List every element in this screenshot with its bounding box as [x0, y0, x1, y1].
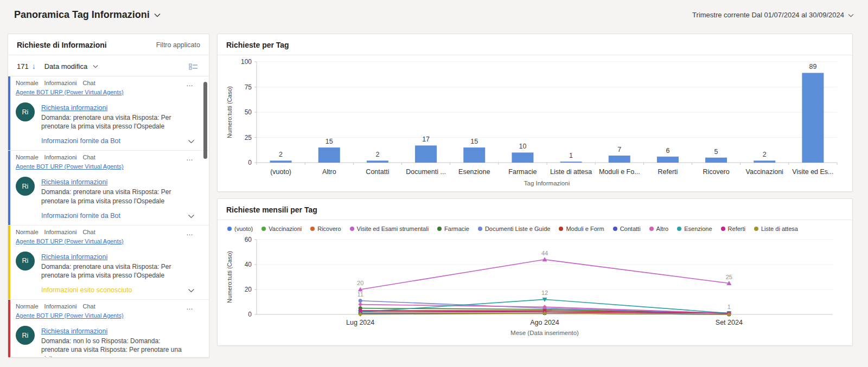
request-title-link[interactable]: Richiesta informazioni	[41, 104, 107, 112]
line-series-Visite ed Esami strumentali[interactable]	[360, 260, 729, 289]
card-view-settings-icon[interactable]	[189, 61, 198, 71]
legend-dot	[437, 227, 442, 231]
scrollbar-thumb[interactable]	[203, 82, 207, 159]
request-title-link[interactable]: Richiesta informazioni	[41, 178, 107, 186]
sort-direction-icon[interactable]: ↓	[32, 62, 36, 70]
status-label: Informazioni fornite da Bot	[41, 137, 120, 145]
card-tag: Chat	[83, 154, 95, 160]
agent-link[interactable]: Agente BOT URP (Power Virtual Agents)	[16, 89, 124, 95]
svg-text:0: 0	[248, 159, 252, 166]
card-tag: Chat	[83, 229, 95, 235]
agent-link[interactable]: Agente BOT URP (Power Virtual Agents)	[16, 238, 124, 244]
legend-dot	[478, 227, 482, 231]
request-card[interactable]: NormaleInformazioniChat … Agente BOT URP…	[8, 299, 209, 358]
legend-dot	[559, 227, 563, 231]
legend-item[interactable]: Ricovero	[310, 226, 341, 232]
legend-item[interactable]: Liste di attesa	[754, 226, 798, 232]
svg-text:75: 75	[245, 83, 252, 91]
line-chart-svg: 020406020442511121Lug 2024Ago 2024Set 20…	[225, 233, 844, 337]
legend-dot	[754, 227, 758, 231]
date-range-filter[interactable]: Trimestre corrente Dal 01/07/2024 al 30/…	[692, 11, 854, 19]
card-tag: Normale	[16, 229, 39, 235]
card-tag: Informazioni	[44, 154, 77, 160]
bar-Visite ed Es...[interactable]	[802, 73, 824, 163]
filter-applied-button[interactable]: Filtro applicato	[156, 41, 200, 49]
legend-item[interactable]: Moduli e Form	[559, 226, 604, 232]
legend-dot	[310, 227, 315, 231]
bar-chart-svg: 02550751002(vuoto)15Altro2Contatti17Docu…	[225, 56, 844, 191]
svg-text:Ago 2024: Ago 2024	[530, 319, 559, 326]
legend-dot	[261, 227, 266, 231]
request-card[interactable]: NormaleInformazioniChat … Agente BOT URP…	[8, 225, 209, 299]
svg-text:1: 1	[569, 152, 573, 159]
more-options-button[interactable]: …	[185, 80, 195, 88]
svg-text:50: 50	[245, 108, 252, 116]
chevron-down-icon	[154, 10, 161, 20]
chevron-down-icon[interactable]	[188, 136, 195, 146]
svg-text:Tag Informazioni: Tag Informazioni	[524, 180, 570, 186]
request-title-link[interactable]: Richiesta informazioni	[41, 327, 107, 335]
svg-text:2: 2	[763, 151, 767, 158]
legend-item[interactable]: Documenti Liste e Guide	[478, 226, 550, 232]
bar-Vaccinazioni[interactable]	[754, 160, 775, 163]
legend-item[interactable]: Contatti	[613, 226, 641, 232]
bar-Esenzione[interactable]	[463, 147, 485, 163]
agent-link[interactable]: Agente BOT URP (Power Virtual Agents)	[16, 163, 124, 170]
legend-item[interactable]: Referti	[721, 226, 745, 232]
svg-text:44: 44	[541, 250, 548, 256]
legend-item[interactable]: Farmacie	[437, 226, 469, 232]
card-tag: Normale	[16, 80, 39, 86]
card-tags: NormaleInformazioniChat	[16, 303, 95, 310]
legend-item[interactable]: Esenzione	[677, 226, 712, 232]
legend-item[interactable]: Altro	[649, 226, 669, 232]
legend-dot	[721, 227, 725, 231]
chevron-down-icon[interactable]	[188, 285, 195, 295]
legend-label: Farmacie	[444, 226, 469, 232]
bar-Moduli e Fo...[interactable]	[609, 156, 630, 163]
dashboard-selector[interactable]: Panoramica Tag Informazioni	[14, 9, 161, 21]
bar-Referti[interactable]	[657, 157, 679, 163]
line-chart-title: Richieste mensili per Tag	[226, 205, 317, 214]
legend-label: Esenzione	[684, 226, 712, 232]
request-description: Domanda: prenotare una visita Risposta: …	[41, 113, 187, 131]
bar-Contatti[interactable]	[367, 160, 388, 163]
avatar: Ri	[16, 326, 35, 345]
legend-item[interactable]: (vuoto)	[227, 226, 253, 232]
request-card[interactable]: NormaleInformazioniChat … Agente BOT URP…	[8, 150, 209, 224]
request-card[interactable]: NormaleInformazioniChat … Agente BOT URP…	[8, 76, 209, 150]
avatar: Ri	[16, 102, 35, 121]
svg-text:100: 100	[241, 58, 252, 66]
agent-link[interactable]: Agente BOT URP (Power Virtual Agents)	[16, 312, 124, 319]
svg-text:2: 2	[375, 151, 379, 158]
bar-Documenti ...[interactable]	[415, 145, 437, 163]
card-tag: Informazioni	[44, 80, 77, 86]
status-label: Informazioni fornite da Bot	[41, 212, 120, 220]
svg-text:12: 12	[541, 289, 548, 296]
legend-label: Documenti Liste e Guide	[485, 226, 550, 232]
svg-text:15: 15	[470, 138, 478, 145]
request-title-link[interactable]: Richiesta informazioni	[41, 253, 107, 261]
card-tags: NormaleInformazioniChat	[16, 80, 95, 86]
more-options-button[interactable]: …	[185, 154, 195, 162]
legend-item[interactable]: Vaccinazioni	[261, 226, 302, 232]
bar-(vuoto)[interactable]	[270, 160, 292, 163]
more-options-button[interactable]: …	[185, 303, 195, 311]
bar-Ricovero[interactable]	[705, 158, 727, 163]
svg-text:Numero:tutti (Caso): Numero:tutti (Caso)	[226, 86, 233, 138]
svg-text:89: 89	[809, 63, 816, 70]
legend-item[interactable]: Visite ed Esami strumentali	[350, 226, 429, 232]
sort-field-dropdown[interactable]: Data modifica	[44, 62, 87, 70]
legend-dot	[350, 227, 354, 231]
line-chart-panel: Richieste mensili per Tag (vuoto)Vaccina…	[217, 198, 853, 346]
legend-label: Visite ed Esami strumentali	[357, 226, 429, 232]
bar-Altro[interactable]	[318, 147, 340, 163]
svg-text:20: 20	[357, 280, 363, 286]
svg-text:Referti: Referti	[658, 168, 678, 176]
chevron-down-icon[interactable]	[93, 61, 98, 71]
bar-Liste di attesa[interactable]	[560, 162, 582, 163]
more-options-button[interactable]: …	[185, 229, 195, 237]
bar-Farmacie[interactable]	[512, 152, 533, 163]
chevron-down-icon[interactable]	[188, 211, 195, 221]
request-description: Domanda: prenotare una visita Risposta: …	[41, 188, 187, 205]
legend-label: Moduli e Form	[566, 226, 604, 232]
